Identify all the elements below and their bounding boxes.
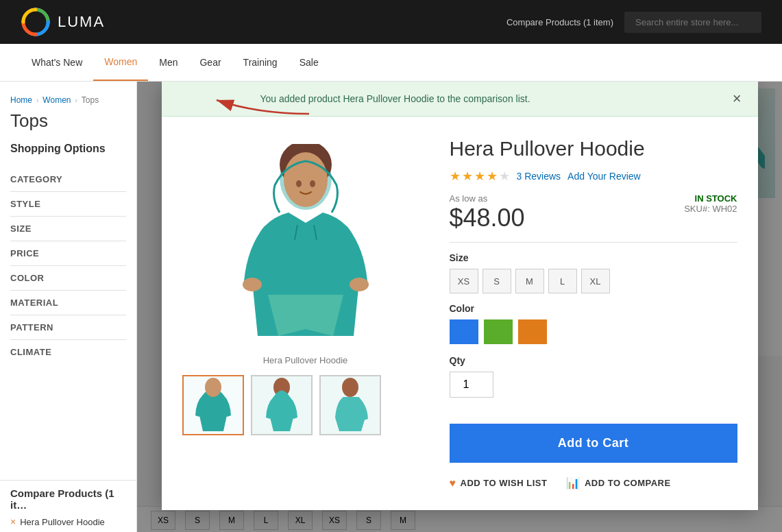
qty-label: Qty bbox=[450, 355, 737, 366]
qty-section: Qty bbox=[450, 355, 737, 411]
rating-row: ★ ★ ★ ★ ★ 3 Reviews Add Your Review bbox=[450, 169, 737, 184]
secondary-actions: ♥ ADD TO WISH LIST 📊 ADD TO COMPARE bbox=[450, 476, 737, 489]
filter-color[interactable]: COLOR bbox=[10, 265, 126, 290]
add-to-cart-button[interactable]: Add to Cart bbox=[450, 424, 737, 463]
size-xl[interactable]: XL bbox=[581, 269, 610, 293]
header: LUMA Compare Products (1 item) bbox=[0, 0, 782, 44]
filter-size[interactable]: SIZE bbox=[10, 216, 126, 241]
sku-label: SKU#: bbox=[684, 204, 710, 214]
sku-info: SKU#: WH02 bbox=[684, 204, 737, 214]
nav-gear[interactable]: Gear bbox=[188, 45, 232, 80]
size-l[interactable]: L bbox=[548, 269, 577, 293]
nav-sale[interactable]: Sale bbox=[289, 45, 330, 80]
svg-point-17 bbox=[342, 378, 358, 397]
price-stock-row: As low as $48.00 IN STOCK SKU#: WH02 bbox=[450, 193, 737, 232]
svg-point-15 bbox=[205, 378, 221, 397]
nav-training[interactable]: Training bbox=[232, 45, 289, 80]
size-section: Size XS S M L XL bbox=[450, 252, 737, 293]
compare-label: ADD TO COMPARE bbox=[585, 478, 671, 488]
product-price: $48.00 bbox=[450, 204, 525, 232]
logo-area: LUMA bbox=[21, 7, 105, 37]
stock-section: IN STOCK SKU#: WH02 bbox=[684, 193, 737, 214]
luma-logo-icon bbox=[21, 7, 51, 37]
review-count-link[interactable]: 3 Reviews bbox=[517, 171, 561, 182]
nav-whats-new[interactable]: What's New bbox=[21, 45, 93, 80]
arrow-indicator bbox=[203, 83, 313, 117]
sidebar-title: Shopping Options bbox=[10, 140, 126, 155]
filter-style[interactable]: STYLE bbox=[10, 191, 126, 216]
qty-input[interactable] bbox=[450, 372, 493, 398]
modal-notification: You added product Hera Pullover Hoodie t… bbox=[162, 82, 758, 117]
compare-icon: 📊 bbox=[566, 476, 581, 489]
header-right: Compare Products (1 item) bbox=[506, 12, 761, 33]
modal-close-btn[interactable]: × bbox=[733, 91, 742, 106]
price-label: As low as bbox=[450, 193, 525, 204]
size-options: XS S M L XL bbox=[450, 269, 737, 293]
color-label: Color bbox=[450, 303, 737, 314]
breadcrumb-women[interactable]: Women bbox=[42, 95, 71, 105]
logo-text: LUMA bbox=[58, 13, 105, 31]
filter-material[interactable]: MATERIAL bbox=[10, 290, 126, 315]
size-xs[interactable]: XS bbox=[450, 269, 478, 293]
price-section: As low as $48.00 bbox=[450, 193, 525, 232]
main-product-image bbox=[182, 137, 429, 350]
svg-point-11 bbox=[296, 180, 302, 187]
add-review-link[interactable]: Add Your Review bbox=[567, 171, 641, 182]
nav-men[interactable]: Men bbox=[148, 45, 188, 80]
wish-list-button[interactable]: ♥ ADD TO WISH LIST bbox=[450, 477, 548, 489]
filter-price[interactable]: PRICE bbox=[10, 241, 126, 265]
thumbnail-1[interactable] bbox=[182, 375, 244, 435]
product-details: Hera Pullover Hoodie ★ ★ ★ ★ ★ 3 Reviews bbox=[450, 137, 737, 489]
star-5: ★ bbox=[499, 169, 510, 184]
filter-category[interactable]: CATEGORY bbox=[10, 167, 126, 191]
product-image-section: Hera Pullover Hoodie bbox=[182, 137, 429, 489]
size-label: Size bbox=[450, 252, 737, 263]
thumbnail-2[interactable] bbox=[251, 375, 313, 435]
page-title: Tops bbox=[10, 110, 126, 132]
sidebar: Home › Women › Tops Tops Shopping Option… bbox=[0, 82, 137, 532]
product-image-caption: Hera Pullover Hoodie bbox=[182, 355, 429, 365]
compare-item-name: Hera Pullover Hoodie bbox=[20, 517, 105, 527]
product-modal: You added product Hera Pullover Hoodie t… bbox=[162, 82, 758, 510]
color-options bbox=[450, 319, 737, 344]
sku-value: WH02 bbox=[712, 204, 737, 214]
svg-point-9 bbox=[243, 278, 262, 291]
star-3: ★ bbox=[474, 169, 485, 184]
compare-remove-btn[interactable]: × bbox=[10, 516, 16, 527]
star-1: ★ bbox=[450, 169, 461, 184]
breadcrumb-sep2: › bbox=[75, 97, 77, 104]
compare-item: × Hera Pullover Hoodie bbox=[10, 516, 126, 527]
svg-point-12 bbox=[310, 180, 315, 187]
modal-body: Hera Pullover Hoodie bbox=[162, 117, 758, 510]
modal-overlay: You added product Hera Pullover Hoodie t… bbox=[137, 82, 782, 532]
filter-climate[interactable]: CLIMATE bbox=[10, 339, 126, 364]
size-m[interactable]: M bbox=[515, 269, 544, 293]
filter-pattern[interactable]: PATTERN bbox=[10, 315, 126, 339]
breadcrumb-sep1: › bbox=[36, 97, 38, 104]
breadcrumb-home[interactable]: Home bbox=[10, 95, 32, 105]
color-swatch-green[interactable] bbox=[484, 319, 513, 344]
add-to-compare-button[interactable]: 📊 ADD TO COMPARE bbox=[566, 476, 670, 489]
price-divider bbox=[450, 242, 737, 243]
size-s[interactable]: S bbox=[482, 269, 511, 293]
thumbnail-row bbox=[182, 375, 429, 435]
search-input[interactable] bbox=[624, 12, 761, 33]
color-swatch-blue[interactable] bbox=[450, 319, 478, 344]
main-nav: What's New Women Men Gear Training Sale bbox=[0, 44, 782, 82]
nav-women[interactable]: Women bbox=[93, 44, 148, 81]
star-2: ★ bbox=[462, 169, 473, 184]
color-section: Color bbox=[450, 303, 737, 344]
stock-status: IN STOCK bbox=[684, 193, 737, 204]
compare-link[interactable]: Compare Products (1 item) bbox=[506, 17, 613, 27]
heart-icon: ♥ bbox=[450, 477, 456, 489]
wish-list-label: ADD TO WISH LIST bbox=[461, 478, 548, 488]
color-swatch-orange[interactable] bbox=[518, 319, 547, 344]
svg-point-10 bbox=[350, 278, 369, 291]
compare-section-title: Compare Products (1 it… bbox=[10, 487, 126, 511]
thumbnail-3[interactable] bbox=[319, 375, 381, 435]
breadcrumb-tops: Tops bbox=[82, 95, 99, 105]
product-title: Hera Pullover Hoodie bbox=[450, 137, 737, 160]
star-rating: ★ ★ ★ ★ ★ bbox=[450, 169, 510, 184]
star-4: ★ bbox=[487, 169, 498, 184]
